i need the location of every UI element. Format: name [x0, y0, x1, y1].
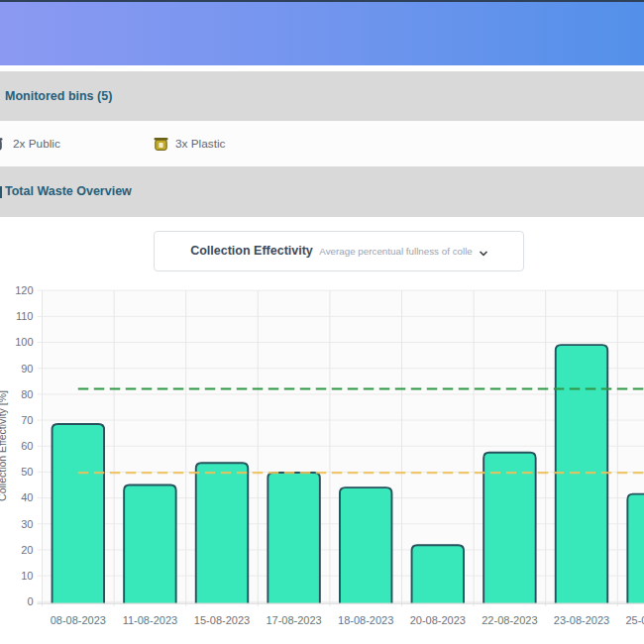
svg-text:30: 30 [21, 518, 33, 530]
svg-text:11-08-2023: 11-08-2023 [123, 614, 177, 626]
svg-text:80: 80 [21, 388, 33, 400]
svg-text:110: 110 [16, 310, 34, 322]
svg-text:08-08-2023: 08-08-2023 [51, 614, 106, 626]
svg-text:0: 0 [27, 595, 33, 607]
svg-text:15-08-2023: 15-08-2023 [194, 614, 250, 626]
svg-text:10: 10 [21, 570, 33, 582]
svg-text:120: 120 [15, 284, 33, 296]
svg-text:25-08-2023: 25-08-2023 [625, 614, 644, 626]
svg-text:18-08-2023: 18-08-2023 [338, 614, 393, 626]
svg-text:60: 60 [21, 440, 33, 452]
svg-text:23-08-2023: 23-08-2023 [554, 614, 609, 626]
svg-text:90: 90 [21, 363, 33, 375]
svg-text:100: 100 [15, 336, 33, 348]
svg-text:70: 70 [21, 414, 33, 426]
svg-text:40: 40 [21, 491, 33, 503]
svg-text:20: 20 [21, 544, 33, 556]
svg-text:Collection Effectivity [%]: Collection Effectivity [%] [0, 390, 8, 501]
svg-text:20-08-2023: 20-08-2023 [410, 614, 466, 626]
svg-text:17-08-2023: 17-08-2023 [266, 614, 321, 626]
svg-text:22-08-2023: 22-08-2023 [482, 614, 537, 626]
svg-text:50: 50 [21, 466, 33, 478]
